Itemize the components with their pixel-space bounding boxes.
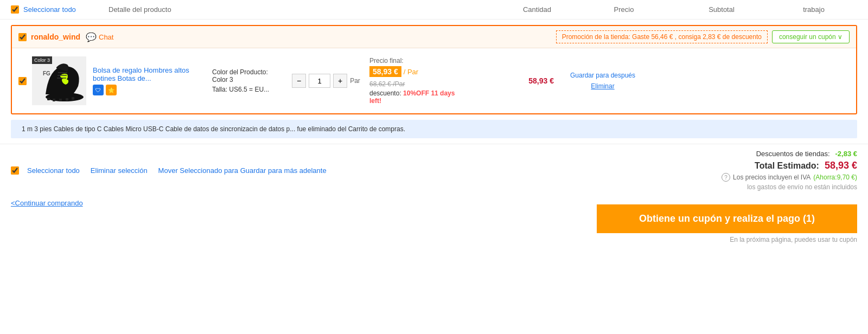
color-label: Color del Producto:	[212, 68, 268, 76]
qty-decrease-button[interactable]: −	[292, 74, 306, 88]
chat-icon: 💬	[86, 32, 97, 42]
removed-notice: 1 m 3 pies Cables de tipo C Cables Micro…	[11, 120, 857, 138]
save-for-later-link[interactable]: Guardar para después	[559, 72, 646, 79]
store-header: ronaldo_wind 💬 Chat Promoción de la tien…	[12, 26, 856, 48]
select-all-checkbox-footer[interactable]	[11, 166, 19, 175]
price-label: Precio	[614, 5, 634, 14]
product-info: Bolsa de regalo Hombres altos botines Bo…	[93, 66, 201, 95]
store-checkbox[interactable]	[18, 33, 27, 41]
footer-summary: Descuentos de tiendas: -2,83 € Total Est…	[722, 150, 857, 191]
store-name: ronaldo_wind	[31, 33, 80, 41]
product-title[interactable]: Bolsa de regalo Hombres altos botines Bo…	[93, 66, 189, 82]
product-badges: 🛡 ⭐	[93, 85, 201, 95]
qty-unit: Par	[350, 77, 360, 85]
promo-text: Promoción de la tienda: Gaste 56,46 € , …	[556, 30, 768, 43]
chat-label: Chat	[99, 33, 113, 41]
product-attributes: Color del Producto: Color 3 Talla: US6.5…	[201, 68, 288, 93]
product-image-area: Color 3	[32, 56, 86, 105]
color-badge: Color 3	[32, 56, 52, 64]
select-all-footer-label[interactable]: Seleccionar todo	[27, 166, 80, 175]
total-label: Total Estimado:	[755, 161, 819, 171]
svg-rect-8	[66, 98, 68, 101]
svg-rect-9	[72, 97, 74, 100]
quantity-label: Cantidad	[523, 5, 551, 14]
table-header: Seleccionar todo Detalle del producto Ca…	[0, 0, 868, 20]
chat-button[interactable]: 💬 Chat	[86, 32, 113, 42]
size-value: US6.5 = EU...	[229, 86, 269, 93]
vat-info-icon: ?	[722, 173, 730, 182]
product-checkbox[interactable]	[18, 77, 27, 85]
shipping-notice: los gastos de envío no están incluidos	[722, 183, 857, 191]
price-per: / Par	[404, 68, 418, 76]
select-all-label-header: Seleccionar todo	[23, 5, 76, 14]
price-original: 68,62 € /Par	[369, 80, 456, 88]
bottom-inner: <Continuar comprando Obtiene un cupón y …	[11, 199, 857, 243]
quantity-area: − + Par	[288, 74, 364, 88]
badge-shield: 🛡	[93, 85, 104, 95]
removed-notice-text: 1 m 3 pies Cables de tipo C Cables Micro…	[22, 125, 405, 133]
discount-label: descuento:	[369, 89, 401, 97]
color-attr: Color del Producto: Color 3	[212, 68, 277, 84]
store-discount-row: Descuentos de tiendas: -2,83 €	[722, 150, 857, 158]
delete-selection-link[interactable]: Eliminar selección	[91, 166, 148, 175]
move-selection-link[interactable]: Mover Seleccionado para Guardar para más…	[158, 166, 327, 175]
footer-bar: Seleccionar todo Eliminar selección Move…	[0, 144, 868, 196]
store-section: ronaldo_wind 💬 Chat Promoción de la tien…	[11, 25, 857, 114]
discount-pct: 10%OFF	[403, 89, 429, 97]
product-row: Color 3	[12, 48, 856, 113]
total-value: 58,93 €	[825, 160, 857, 171]
bottom-section: <Continuar comprando Obtiene un cupón y …	[0, 196, 868, 254]
badge-star: ⭐	[106, 85, 117, 95]
bottom-left: <Continuar comprando	[11, 199, 94, 207]
coupon-note: En la próxima página, puedes usar tu cup…	[597, 236, 857, 243]
quantity-input[interactable]	[309, 74, 330, 88]
subtotal-label: Subtotal	[709, 5, 735, 14]
price-highlight-row: 58,93 € / Par	[369, 65, 456, 79]
size-label: Talla:	[212, 86, 227, 93]
select-all-checkbox-header[interactable]	[11, 5, 19, 14]
vat-row: ? Los precios incluyen el IVA (Ahorra:9,…	[722, 173, 857, 182]
store-discount-value: -2,83 €	[835, 150, 857, 158]
product-actions: Guardar para después Eliminar	[559, 72, 646, 90]
subtotal-price: 58,93 €	[528, 76, 554, 85]
get-coupon-button[interactable]: conseguir un cupón ∨	[772, 30, 850, 43]
color-value: Color 3	[212, 76, 233, 84]
size-attr: Talla: US6.5 = EU...	[212, 86, 277, 93]
continue-shopping-link[interactable]: <Continuar comprando	[11, 199, 94, 207]
checkout-area: Obtiene un cupón y realiza el pago (1) E…	[597, 199, 857, 243]
qty-increase-button[interactable]: +	[333, 74, 347, 88]
vat-text: Los precios incluyen el IVA	[733, 174, 810, 181]
total-row: Total Estimado: 58,93 €	[722, 160, 857, 171]
price-area: Precio final: 58,93 € / Par 68,62 € /Par…	[364, 57, 462, 105]
svg-rect-6	[53, 99, 55, 101]
svg-rect-5	[47, 98, 50, 100]
checkout-button[interactable]: Obtiene un cupón y realiza el pago (1)	[597, 204, 857, 233]
product-detail-label: Detalle del producto	[108, 5, 171, 14]
price-highlighted: 58,93 €	[369, 66, 401, 77]
vat-savings: (Ahorra:9,70 €)	[813, 174, 857, 181]
price-final-label: Precio final:	[369, 57, 456, 65]
svg-text:FG: FG	[43, 70, 50, 76]
promo-area: Promoción de la tienda: Gaste 56,46 € , …	[556, 30, 850, 43]
price-discount: descuento: 10%OFF 11 days left!	[369, 89, 456, 105]
subtotal-area: 58,93 €	[462, 76, 559, 85]
svg-rect-7	[59, 99, 62, 101]
delete-link[interactable]: Eliminar	[559, 82, 646, 90]
product-image-container: Color 3	[32, 56, 86, 105]
store-discount-label: Descuentos de tiendas:	[756, 150, 830, 158]
work-label: trabajo	[803, 5, 825, 14]
